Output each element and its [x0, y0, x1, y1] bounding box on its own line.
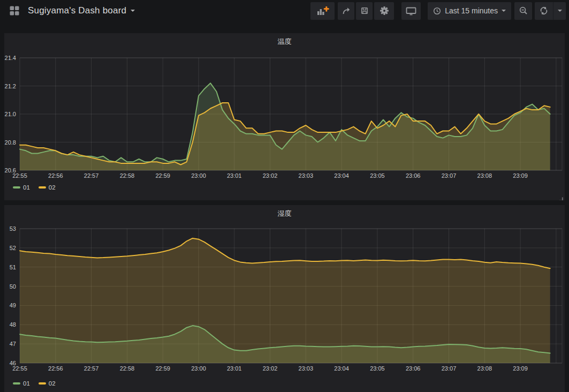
x-tick-label: 22:59: [155, 172, 170, 179]
legend-swatch: [39, 186, 46, 189]
time-picker-caret-icon: [502, 10, 506, 12]
legend-item-02[interactable]: 02: [39, 380, 56, 387]
panel-title-temperature[interactable]: 温度: [4, 37, 565, 47]
y-tick-label: 51: [10, 264, 16, 270]
x-tick-label: 23:02: [263, 172, 278, 179]
x-tick-label: 23:03: [299, 365, 314, 372]
dashboard-settings-button[interactable]: [374, 2, 394, 20]
navbar: Sugiyama's Dash board: [0, 0, 569, 21]
x-tick-label: 23:09: [513, 172, 528, 179]
panel-temperature: 温度 22:5522:5622:5722:5822:5923:0023:0123…: [4, 33, 565, 200]
refresh-button[interactable]: [535, 2, 553, 20]
legend-swatch: [39, 382, 46, 385]
x-tick-label: 23:05: [370, 365, 385, 372]
clock-icon: [433, 7, 441, 15]
dashboard-title-dropdown[interactable]: Sugiyama's Dash board: [28, 5, 135, 16]
humidity-legend: 0102: [13, 380, 56, 387]
legend-item-01[interactable]: 01: [13, 380, 30, 387]
time-picker-button[interactable]: Last 15 minutes: [428, 2, 511, 20]
x-tick-label: 23:08: [477, 365, 492, 372]
save-icon: [360, 6, 369, 15]
refresh-interval-caret-icon: [558, 10, 562, 12]
refresh-interval-dropdown[interactable]: [553, 2, 566, 20]
x-tick-label: 22:58: [120, 365, 135, 372]
y-tick-label: 49: [10, 302, 16, 308]
navbar-tools: Last 15 minutes: [310, 2, 566, 20]
x-tick-label: 23:04: [334, 172, 349, 179]
y-tick-label: 21.2: [5, 83, 16, 89]
temperature-chart[interactable]: 22:5522:5622:5722:5822:5923:0023:0123:02…: [4, 33, 565, 200]
x-tick-label: 23:01: [227, 365, 242, 372]
y-tick-label: 20.6: [5, 167, 16, 174]
x-tick-label: 22:57: [84, 365, 99, 372]
legend-label: 02: [49, 380, 56, 387]
apps-grid-icon: [10, 6, 19, 16]
x-tick-label: 23:07: [442, 365, 457, 372]
x-tick-label: 23:00: [191, 365, 206, 372]
share-dashboard-button[interactable]: [338, 2, 354, 20]
x-tick-label: 23:06: [406, 172, 421, 179]
zoom-out-button[interactable]: [514, 2, 532, 20]
panel-title-humidity[interactable]: 湿度: [4, 209, 565, 218]
y-tick-label: 48: [10, 321, 16, 328]
legend-label: 02: [49, 184, 56, 191]
y-tick-label: 47: [10, 341, 16, 347]
x-tick-label: 23:06: [406, 365, 421, 372]
gear-icon: [380, 6, 389, 16]
legend-label: 01: [23, 380, 30, 387]
add-panel-icon: [316, 6, 329, 16]
x-tick-label: 23:02: [263, 365, 278, 372]
legend-label: 01: [23, 184, 30, 191]
refresh-control: [535, 2, 566, 20]
humidity-chart[interactable]: 22:5522:5622:5722:5822:5923:0023:0123:02…: [4, 205, 565, 392]
dashboards-menu-button[interactable]: [5, 2, 24, 20]
x-tick-label: 23:08: [477, 172, 492, 179]
legend-swatch: [13, 186, 20, 189]
grafana-app: Sugiyama's Dash board: [0, 0, 569, 392]
legend-item-01[interactable]: 01: [13, 184, 30, 191]
x-tick-label: 23:00: [191, 172, 206, 179]
save-dashboard-button[interactable]: [356, 2, 373, 20]
x-tick-label: 22:59: [155, 365, 170, 372]
x-tick-label: 23:03: [299, 172, 314, 179]
chevron-down-icon: [131, 10, 135, 12]
y-tick-label: 21.0: [5, 111, 16, 117]
x-tick-label: 22:58: [120, 172, 135, 179]
y-tick-label: 52: [10, 245, 16, 251]
y-tick-label: 53: [10, 225, 16, 232]
zoom-out-icon: [519, 6, 528, 15]
tv-mode-icon: [406, 6, 416, 16]
x-tick-label: 23:04: [334, 365, 349, 372]
y-tick-label: 20.8: [5, 139, 16, 146]
dashboard-title: Sugiyama's Dash board: [28, 5, 126, 16]
x-tick-label: 23:09: [513, 365, 528, 372]
legend-swatch: [13, 382, 20, 385]
tv-mode-button[interactable]: [401, 2, 421, 20]
time-picker-label: Last 15 minutes: [445, 6, 498, 15]
panel-humidity: 湿度 22:5522:5622:5722:5822:5923:0023:0123…: [4, 205, 565, 392]
add-panel-button[interactable]: [310, 2, 335, 20]
y-tick-label: 46: [10, 360, 16, 366]
resize-corner-icon: [558, 197, 563, 200]
refresh-icon: [540, 6, 548, 15]
panel-resize-handle[interactable]: [558, 194, 563, 199]
x-tick-label: 23:05: [370, 172, 385, 179]
temperature-legend: 0102: [13, 184, 56, 191]
legend-item-02[interactable]: 02: [39, 184, 56, 191]
share-icon: [342, 6, 351, 16]
y-tick-label: 50: [10, 283, 16, 290]
x-tick-label: 22:56: [48, 365, 63, 372]
x-tick-label: 23:01: [227, 172, 242, 179]
x-tick-label: 22:57: [84, 172, 99, 179]
y-tick-label: 21.4: [5, 55, 16, 61]
x-tick-label: 22:56: [48, 172, 63, 179]
dashboard-grid: 温度 22:5522:5622:5722:5822:5923:0023:0123…: [0, 21, 569, 392]
x-tick-label: 23:07: [442, 172, 457, 179]
